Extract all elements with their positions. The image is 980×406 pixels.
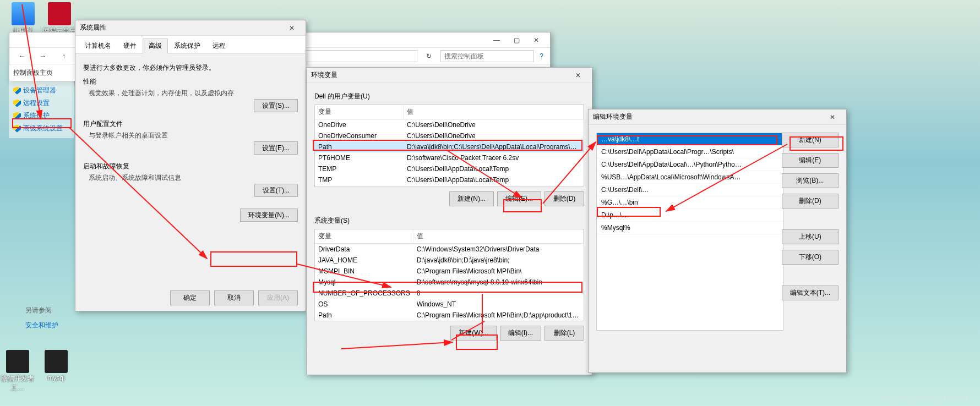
cancel-button[interactable]: 取消 <box>214 290 254 305</box>
edit-env-var-dialog: 编辑环境变量 ✕ …va\jdk8\…tC:\Users\Dell\AppDat… <box>588 109 847 373</box>
user-vars-list[interactable]: 变量 值 OneDriveC:\Users\Dell\OneDriveOneDr… <box>314 105 584 187</box>
path-list[interactable]: …va\jdk8\…tC:\Users\Dell\AppData\Local\P… <box>596 133 783 331</box>
list-item[interactable]: %USB…\AppData\Local\Microsoft\WindowsA… <box>597 171 783 184</box>
table-row[interactable]: PT6HOMED:\software\Cisco Packet Tracer 6… <box>315 152 584 163</box>
var-value: C:\Program Files\Microsoft MPI\Bin\ <box>413 266 584 277</box>
system-properties-dialog: 系统属性 ✕ 计算机名 硬件 高级 系统保护 远程 要进行大多数更改，你必须作为… <box>75 20 306 311</box>
table-row[interactable]: MysqlD:\software\mysql\mysql-8.0.19-winx… <box>315 277 584 288</box>
search-input[interactable] <box>440 50 534 62</box>
list-item[interactable]: C:\Users\Dell\… <box>597 184 783 196</box>
monitor-icon <box>12 2 35 25</box>
startup-settings-button[interactable]: 设置(T)... <box>254 184 298 197</box>
edit-button[interactable]: 编辑(E) <box>782 153 839 168</box>
env-variables-button[interactable]: 环境变量(N)... <box>240 209 298 222</box>
see-also-link[interactable]: 安全和维护 <box>25 321 58 330</box>
help-icon[interactable]: ? <box>540 52 543 60</box>
desktop-icon-label: mysql <box>47 374 64 382</box>
tab-protection[interactable]: 系统保护 <box>168 39 206 53</box>
up-button[interactable]: ↑ <box>55 50 73 62</box>
maximize-button[interactable]: ▢ <box>507 34 526 46</box>
table-row[interactable]: DriverDataC:\Windows\System32\Drivers\Dr… <box>315 244 584 255</box>
var-name: OneDriveConsumer <box>315 130 404 141</box>
minimize-button[interactable]: — <box>487 34 506 46</box>
var-value: C:\Windows\System32\Drivers\DriverData <box>413 244 584 255</box>
dialog-body: 要进行大多数更改，你必须作为管理员登录。 性能 视觉效果，处理器计划，内存使用，… <box>75 53 306 226</box>
list-item[interactable]: D:\p…\… <box>597 209 783 222</box>
titlebar: 环境变量 ✕ <box>307 68 592 83</box>
table-row[interactable]: PathC:\Program Files\Microsoft MPI\Bin\;… <box>315 310 584 321</box>
watermark: blog.csdn.net/weixin_40077712 <box>880 395 972 403</box>
sidebar-remote[interactable]: 远程设置 <box>13 97 69 109</box>
tab-remote[interactable]: 远程 <box>206 39 232 53</box>
var-name: DriverData <box>315 244 413 255</box>
table-row[interactable]: OneDriveC:\Users\Dell\OneDrive <box>315 119 584 131</box>
var-value: 8 <box>413 288 584 299</box>
list-item[interactable]: C:\Users\Dell\AppData\Local\Progr…\Scrip… <box>597 146 783 158</box>
var-value: D:\software\mysql\mysql-8.0.19-winx64\bi… <box>413 277 584 288</box>
table-row[interactable]: PathD:\java\jdk8\bin;C:\Users\Dell\AppDa… <box>315 141 584 152</box>
user-new-button[interactable]: 新建(N)... <box>449 191 494 206</box>
table-row[interactable]: TEMPC:\Users\Dell\AppData\Local\Temp <box>315 163 584 174</box>
ok-button[interactable]: 确定 <box>170 290 210 305</box>
moveup-button[interactable]: 上移(U) <box>782 229 839 244</box>
var-value: Windows_NT <box>413 299 584 310</box>
var-value: D:\software\Cisco Packet Tracer 6.2sv <box>404 152 584 163</box>
col-val-header[interactable]: 值 <box>404 105 584 119</box>
forward-button[interactable]: → <box>34 50 52 62</box>
sys-edit-button[interactable]: 编辑(I)... <box>500 326 541 341</box>
sidebar-sysprotect[interactable]: 系统保护 <box>13 109 69 122</box>
table-row[interactable]: NUMBER_OF_PROCESSORS8 <box>315 288 584 299</box>
desktop-icon-this-pc[interactable]: 此电脑 <box>7 2 40 36</box>
list-item[interactable]: …va\jdk8\…t <box>597 133 783 146</box>
edittext-button[interactable]: 编辑文本(T)... <box>782 286 839 300</box>
sys-vars-list[interactable]: 变量 值 DriverDataC:\Windows\System32\Drive… <box>314 229 584 321</box>
refresh-button[interactable]: ↻ <box>420 50 438 62</box>
list-item[interactable]: %G…\…\bin <box>597 196 783 209</box>
sidebar-device-manager[interactable]: 设备管理器 <box>13 84 69 97</box>
sidebar-advanced[interactable]: 高级系统设置 <box>13 122 69 135</box>
back-button[interactable]: ← <box>13 50 31 62</box>
table-row[interactable]: TMPC:\Users\Dell\AppData\Local\Temp <box>315 174 584 185</box>
var-name: Path <box>315 141 404 152</box>
profile-settings-button[interactable]: 设置(E)... <box>254 141 298 155</box>
startup-title: 启动和故障恢复 <box>83 162 298 171</box>
close-button[interactable]: ✕ <box>569 69 587 81</box>
table-row[interactable]: JAVA_HOMED:\java\jdk8\bin;D:\java\jre8\b… <box>315 255 584 266</box>
col-var-header[interactable]: 变量 <box>315 229 413 244</box>
tab-hardware[interactable]: 硬件 <box>117 39 143 53</box>
titlebar: 编辑环境变量 ✕ <box>589 109 846 125</box>
desktop-icon-mysql[interactable]: mysql <box>40 350 73 382</box>
table-row[interactable]: MSMPI_BINC:\Program Files\Microsoft MPI\… <box>315 266 584 277</box>
perf-settings-button[interactable]: 设置(S)... <box>254 99 298 112</box>
desktop-icon-netease[interactable]: 网易云音乐 <box>43 2 76 36</box>
refresh-icon: ↻ <box>426 52 432 60</box>
apply-button[interactable]: 应用(A) <box>258 290 298 305</box>
col-val-header[interactable]: 值 <box>413 229 584 244</box>
close-button[interactable]: ✕ <box>823 111 842 123</box>
tab-computer-name[interactable]: 计算机名 <box>79 39 117 53</box>
user-edit-button[interactable]: 编辑(E)... <box>497 191 541 206</box>
sys-new-button[interactable]: 新建(W)... <box>450 326 496 341</box>
list-item[interactable]: %Mysql% <box>597 222 783 234</box>
cp-sidebar: 控制面板主页 设备管理器 远程设置 系统保护 高级系统设置 <box>9 65 74 138</box>
table-row[interactable]: OSWindows_NT <box>315 299 584 310</box>
movedown-button[interactable]: 下移(O) <box>782 250 839 265</box>
desktop-icon-wxdev[interactable]: 微信开发者工… <box>1 350 34 393</box>
tab-advanced[interactable]: 高级 <box>143 39 168 53</box>
browse-button[interactable]: 浏览(B)... <box>782 173 839 188</box>
link-text: 远程设置 <box>23 98 50 108</box>
user-delete-button[interactable]: 删除(D) <box>545 191 584 206</box>
see-also-title: 另请参阅 <box>25 306 58 315</box>
new-button[interactable]: 新建(N) <box>782 133 839 147</box>
delete-button[interactable]: 删除(D) <box>782 194 839 209</box>
var-value: C:\Users\Dell\OneDrive <box>404 130 584 141</box>
list-item[interactable]: C:\Users\Dell\AppData\Local\…\Python\Pyt… <box>597 158 783 171</box>
var-name: TMP <box>315 174 404 185</box>
table-row[interactable]: OneDriveConsumerC:\Users\Dell\OneDrive <box>315 130 584 141</box>
devtool-icon <box>6 350 29 373</box>
col-var-header[interactable]: 变量 <box>315 105 404 119</box>
close-button[interactable]: ✕ <box>282 22 301 34</box>
tab-strip: 计算机名 硬件 高级 系统保护 远程 <box>75 36 306 53</box>
sys-delete-button[interactable]: 删除(L) <box>545 326 584 341</box>
close-button[interactable]: ✕ <box>527 34 546 46</box>
